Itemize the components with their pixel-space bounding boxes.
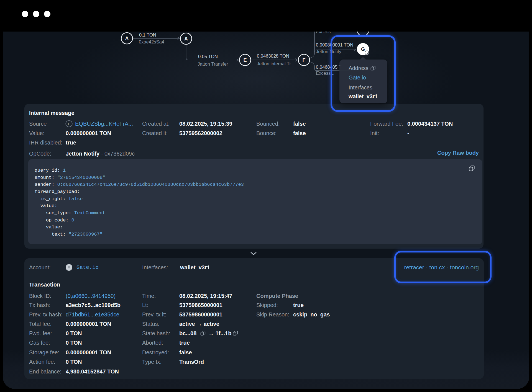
svg-text:F: F [68, 122, 70, 126]
svg-text:0.05 TON: 0.05 TON [198, 54, 218, 59]
svg-text:A: A [125, 36, 129, 41]
svg-text:Excess: Excess [316, 32, 331, 34]
svg-text:0xae42sSa4: 0xae42sSa4 [139, 39, 164, 44]
svg-text:A: A [184, 36, 188, 42]
svg-text:Jatton Transfer: Jatton Transfer [198, 61, 228, 66]
svg-text:E: E [243, 57, 247, 63]
svg-text:Jetton internal Tr...: Jetton internal Tr... [257, 61, 295, 66]
svg-text:F: F [303, 57, 306, 63]
svg-text:0.0463028 TON: 0.0463028 TON [257, 53, 289, 58]
svg-text:0.1 TON: 0.1 TON [139, 32, 156, 37]
